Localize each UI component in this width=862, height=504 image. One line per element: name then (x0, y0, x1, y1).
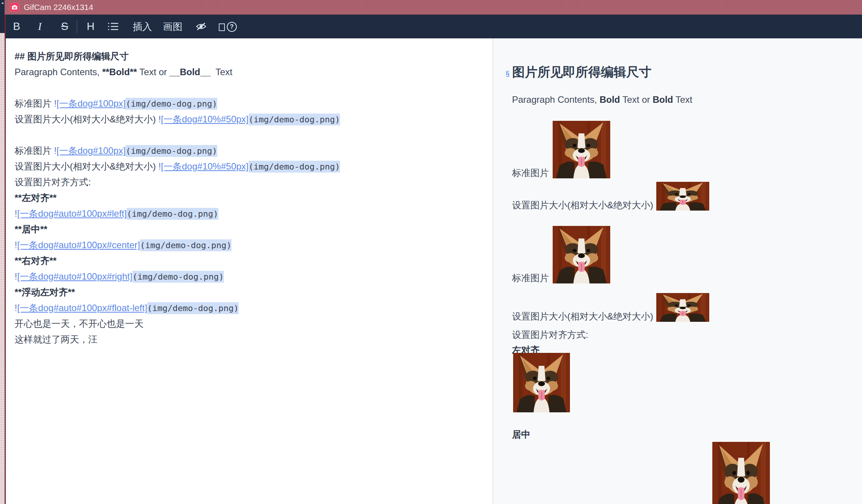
gifcam-frame-edge: ◂ (0, 0, 5, 504)
md-image-link[interactable]: [一条dog#10%#50px] (161, 161, 248, 171)
heading-anchor-icon[interactable]: § (505, 69, 510, 78)
md-bold-token: __Bold__ (170, 67, 211, 77)
window-title: GifCam 862x504 (24, 3, 93, 12)
md-image-link[interactable]: [一条dog#100px] (56, 98, 126, 109)
preview-label-align: 设置图片对齐方式: (512, 329, 588, 341)
eye-hidden-icon[interactable] (195, 15, 207, 38)
preview-label-size: 设置图片大小(相对大小&绝对大小) (512, 310, 653, 323)
md-image-link[interactable]: [一条dog#100px] (56, 145, 126, 156)
md-image-marker: ! (15, 208, 17, 219)
strikethrough-button[interactable]: S (61, 15, 68, 38)
preview-text: Text (673, 94, 692, 105)
md-text: 设置图片大小(相对大小&绝对大小) (15, 114, 159, 124)
md-image-link[interactable]: [一条dog#10%#50px] (161, 114, 248, 124)
md-bold-line: **左对齐** (15, 190, 340, 206)
md-image-path: (img/demo-dog.png) (132, 271, 224, 283)
md-text: Paragraph Contents, (15, 67, 102, 77)
demo-dog-image-standard[interactable] (553, 226, 610, 283)
preview-label-standard: 标准图片 (512, 167, 549, 179)
md-bold-line: **居中** (15, 221, 340, 237)
md-image-line: ![一条dog#auto#100px#center](img/demo-dog.… (15, 237, 340, 253)
md-image-link[interactable]: [一条dog#auto#100px#right] (17, 271, 132, 282)
md-image-line: 标准图片 ![一条dog#100px](img/demo-dog.png) (15, 96, 340, 111)
list-icon[interactable] (108, 15, 119, 38)
draw-button[interactable]: 画图 (163, 15, 182, 38)
md-bold-line: **浮动左对齐** (15, 284, 340, 300)
md-image-path: (img/demo-dog.png) (249, 161, 340, 173)
md-image-path: (img/demo-dog.png) (140, 239, 231, 251)
gifcam-icon (10, 3, 19, 12)
md-image-path: (img/demo-dog.png) (126, 98, 217, 110)
demo-dog-image-resized[interactable] (656, 182, 709, 211)
toolbar: B I S H 插入 画图 ? (6, 15, 862, 38)
italic-button[interactable]: I (38, 15, 41, 38)
md-image-line: ![一条dog#auto#100px#left](img/demo-dog.pn… (15, 206, 340, 221)
preview-label-center: 居中 (512, 428, 530, 441)
preview-label-standard: 标准图片 (512, 272, 549, 284)
heading-button[interactable]: H (87, 15, 94, 38)
preview-text: Text or (620, 94, 652, 105)
md-text: 标准图片 (15, 98, 54, 109)
md-text-line: 开心也是一天，不开心也是一天 (15, 316, 340, 331)
demo-dog-image-left-aligned[interactable] (513, 353, 570, 412)
preview-text: Paragraph Contents, (512, 94, 599, 105)
collapse-arrow-icon[interactable]: ◂ (0, 0, 5, 33)
md-image-link[interactable]: [一条dog#auto#100px#center] (17, 240, 140, 250)
editor-pane[interactable]: ## 图片所见即所得编辑尺寸 Paragraph Contents, **Bol… (6, 38, 492, 504)
demo-dog-image-resized[interactable] (656, 293, 709, 322)
md-image-marker: ! (15, 240, 17, 250)
md-text: 标准图片 (15, 145, 54, 156)
help-icon[interactable]: ? (227, 22, 237, 32)
preview-heading: 图片所见即所得编辑尺寸 (512, 64, 652, 81)
demo-dog-image-centered[interactable] (712, 442, 770, 504)
md-blank-line (15, 127, 340, 143)
md-text: Text (210, 67, 232, 77)
insert-button[interactable]: 插入 (133, 15, 152, 38)
md-image-line: ![一条dog#auto#100px#right](img/demo-dog.p… (15, 268, 340, 284)
md-text: 设置图片大小(相对大小&绝对大小) (15, 161, 159, 171)
demo-dog-image-standard[interactable] (553, 121, 610, 178)
md-bold-line: **右对齐** (15, 253, 340, 268)
md-image-line: 标准图片 ![一条dog#100px](img/demo-dog.png) (15, 143, 340, 158)
preview-pane: § 图片所见即所得编辑尺寸 Paragraph Contents, Bold T… (493, 38, 862, 504)
md-bold-token: **Bold** (102, 67, 137, 77)
md-image-line: 设置图片大小(相对大小&绝对大小) ![一条dog#10%#50px](img/… (15, 158, 340, 174)
md-text-line: 这样就过了两天，汪 (15, 331, 340, 347)
md-heading-line: ## 图片所见即所得编辑尺寸 (15, 48, 340, 64)
titlebar[interactable]: GifCam 862x504 (5, 0, 862, 15)
fullscreen-icon[interactable] (219, 23, 225, 31)
md-paragraph-line: Paragraph Contents, **Bold** Text or __B… (15, 64, 340, 80)
md-image-marker: ! (15, 303, 17, 313)
md-image-line: 设置图片大小(相对大小&绝对大小) ![一条dog#10%#50px](img/… (15, 111, 340, 127)
editor-lines: ## 图片所见即所得编辑尺寸 Paragraph Contents, **Bol… (15, 48, 340, 347)
md-image-path: (img/demo-dog.png) (147, 302, 239, 314)
md-image-line: ![一条dog#auto#100px#float-left](img/demo-… (15, 300, 340, 316)
preview-bold-text: Bold (599, 94, 620, 105)
preview-label-size: 设置图片大小(相对大小&绝对大小) (512, 199, 653, 211)
preview-bold-text: Bold (652, 94, 673, 105)
md-image-path: (img/demo-dog.png) (249, 114, 340, 125)
preview-heading-row: § 图片所见即所得编辑尺寸 (505, 64, 652, 81)
toolbar-divider (77, 20, 77, 33)
md-image-path: (img/demo-dog.png) (127, 208, 218, 220)
md-text: Text or (137, 67, 170, 77)
md-image-link[interactable]: [一条dog#auto#100px#float-left] (17, 303, 147, 313)
md-text-line: 设置图片对齐方式: (15, 174, 340, 190)
preview-paragraph: Paragraph Contents, Bold Text or Bold Te… (512, 94, 692, 105)
md-image-marker: ! (15, 271, 17, 282)
bold-button[interactable]: B (13, 15, 20, 38)
md-image-link[interactable]: [一条dog#auto#100px#left] (17, 208, 127, 219)
md-blank-line (15, 80, 340, 96)
md-image-path: (img/demo-dog.png) (126, 145, 217, 157)
